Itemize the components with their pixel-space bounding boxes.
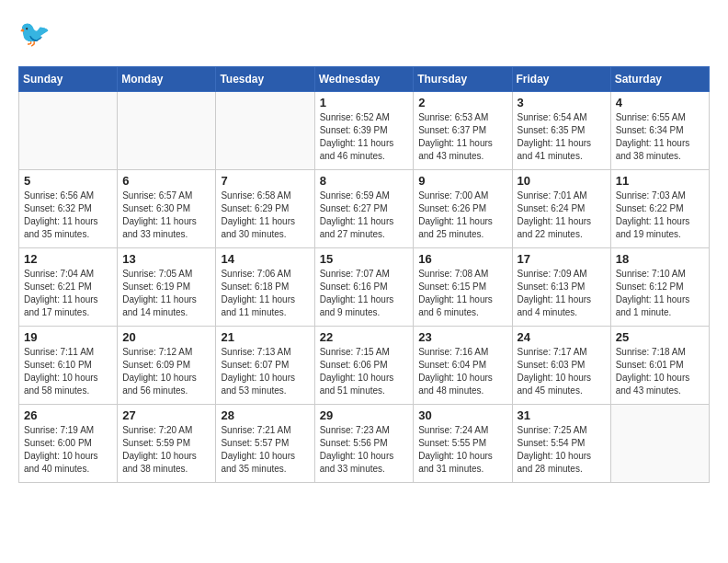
day-number: 20 [122, 330, 210, 344]
day-number: 9 [418, 174, 506, 188]
day-number: 18 [616, 252, 704, 266]
calendar-cell: 21Sunrise: 7:13 AM Sunset: 6:07 PM Dayli… [216, 327, 314, 405]
day-number: 11 [616, 174, 704, 188]
week-row-5: 26Sunrise: 7:19 AM Sunset: 6:00 PM Dayli… [19, 405, 710, 483]
week-row-3: 12Sunrise: 7:04 AM Sunset: 6:21 PM Dayli… [19, 248, 710, 327]
day-info: Sunrise: 6:57 AM Sunset: 6:30 PM Dayligh… [122, 190, 210, 241]
weekday-header-wednesday: Wednesday [314, 67, 414, 92]
day-number: 3 [518, 96, 606, 109]
calendar-cell: 26Sunrise: 7:19 AM Sunset: 6:00 PM Dayli… [19, 405, 118, 483]
day-number: 1 [320, 96, 409, 109]
calendar-cell: 17Sunrise: 7:09 AM Sunset: 6:13 PM Dayli… [512, 248, 610, 327]
calendar-cell: 18Sunrise: 7:10 AM Sunset: 6:12 PM Dayli… [610, 248, 709, 327]
calendar-cell: 15Sunrise: 7:07 AM Sunset: 6:16 PM Dayli… [314, 248, 414, 327]
calendar-cell: 24Sunrise: 7:17 AM Sunset: 6:03 PM Dayli… [512, 327, 610, 405]
day-info: Sunrise: 7:03 AM Sunset: 6:22 PM Dayligh… [616, 190, 704, 241]
day-number: 10 [518, 174, 606, 188]
day-number: 24 [518, 330, 606, 344]
calendar-cell: 3Sunrise: 6:54 AM Sunset: 6:35 PM Daylig… [512, 92, 610, 170]
calendar-cell: 23Sunrise: 7:16 AM Sunset: 6:04 PM Dayli… [414, 327, 512, 405]
day-info: Sunrise: 7:24 AM Sunset: 5:55 PM Dayligh… [418, 424, 506, 476]
weekday-header-thursday: Thursday [414, 67, 512, 92]
day-info: Sunrise: 6:53 AM Sunset: 6:37 PM Dayligh… [418, 111, 506, 163]
weekday-header-sunday: Sunday [19, 67, 118, 92]
day-info: Sunrise: 7:20 AM Sunset: 5:59 PM Dayligh… [122, 424, 210, 476]
day-info: Sunrise: 7:11 AM Sunset: 6:10 PM Dayligh… [24, 346, 112, 397]
calendar-cell: 31Sunrise: 7:25 AM Sunset: 5:54 PM Dayli… [512, 405, 610, 483]
day-info: Sunrise: 7:21 AM Sunset: 5:57 PM Dayligh… [221, 424, 309, 476]
day-info: Sunrise: 7:15 AM Sunset: 6:06 PM Dayligh… [320, 346, 409, 397]
day-info: Sunrise: 7:00 AM Sunset: 6:26 PM Dayligh… [418, 190, 506, 241]
day-number: 23 [418, 330, 506, 344]
calendar-cell [118, 92, 216, 170]
calendar-cell: 10Sunrise: 7:01 AM Sunset: 6:24 PM Dayli… [512, 170, 610, 248]
weekday-header-saturday: Saturday [610, 67, 709, 92]
calendar-cell: 7Sunrise: 6:58 AM Sunset: 6:29 PM Daylig… [216, 170, 314, 248]
day-number: 27 [122, 408, 210, 422]
day-number: 2 [418, 96, 506, 109]
logo-icon: 🐦 [18, 18, 51, 52]
day-info: Sunrise: 7:19 AM Sunset: 6:00 PM Dayligh… [24, 424, 112, 476]
day-info: Sunrise: 7:07 AM Sunset: 6:16 PM Dayligh… [320, 268, 409, 319]
calendar-cell: 28Sunrise: 7:21 AM Sunset: 5:57 PM Dayli… [216, 405, 314, 483]
calendar-cell: 30Sunrise: 7:24 AM Sunset: 5:55 PM Dayli… [414, 405, 512, 483]
calendar-cell: 2Sunrise: 6:53 AM Sunset: 6:37 PM Daylig… [414, 92, 512, 170]
calendar-cell [216, 92, 314, 170]
calendar-cell: 8Sunrise: 6:59 AM Sunset: 6:27 PM Daylig… [314, 170, 414, 248]
day-number: 19 [24, 330, 112, 344]
day-number: 15 [320, 252, 409, 266]
calendar-cell: 25Sunrise: 7:18 AM Sunset: 6:01 PM Dayli… [610, 327, 709, 405]
day-number: 5 [24, 174, 112, 188]
calendar-cell: 14Sunrise: 7:06 AM Sunset: 6:18 PM Dayli… [216, 248, 314, 327]
day-info: Sunrise: 6:54 AM Sunset: 6:35 PM Dayligh… [518, 111, 606, 163]
day-number: 25 [616, 330, 704, 344]
weekday-header-tuesday: Tuesday [216, 67, 314, 92]
logo: 🐦 [18, 18, 55, 52]
calendar-cell: 27Sunrise: 7:20 AM Sunset: 5:59 PM Dayli… [118, 405, 216, 483]
calendar-cell [610, 405, 709, 483]
day-number: 28 [221, 408, 309, 422]
day-info: Sunrise: 6:52 AM Sunset: 6:39 PM Dayligh… [320, 111, 409, 163]
day-number: 21 [221, 330, 309, 344]
day-info: Sunrise: 7:10 AM Sunset: 6:12 PM Dayligh… [616, 268, 704, 319]
day-info: Sunrise: 7:08 AM Sunset: 6:15 PM Dayligh… [418, 268, 506, 319]
day-info: Sunrise: 7:16 AM Sunset: 6:04 PM Dayligh… [418, 346, 506, 397]
calendar-cell: 5Sunrise: 6:56 AM Sunset: 6:32 PM Daylig… [19, 170, 118, 248]
day-info: Sunrise: 7:17 AM Sunset: 6:03 PM Dayligh… [518, 346, 606, 397]
calendar-table: SundayMondayTuesdayWednesdayThursdayFrid… [18, 66, 710, 483]
calendar-cell: 1Sunrise: 6:52 AM Sunset: 6:39 PM Daylig… [314, 92, 414, 170]
day-number: 4 [616, 96, 704, 109]
day-number: 31 [518, 408, 606, 422]
day-number: 22 [320, 330, 409, 344]
weekday-header-friday: Friday [512, 67, 610, 92]
calendar-cell: 12Sunrise: 7:04 AM Sunset: 6:21 PM Dayli… [19, 248, 118, 327]
day-number: 8 [320, 174, 409, 188]
day-info: Sunrise: 7:09 AM Sunset: 6:13 PM Dayligh… [518, 268, 606, 319]
day-info: Sunrise: 7:04 AM Sunset: 6:21 PM Dayligh… [24, 268, 112, 319]
day-number: 13 [122, 252, 210, 266]
day-info: Sunrise: 6:55 AM Sunset: 6:34 PM Dayligh… [616, 111, 704, 163]
day-info: Sunrise: 7:18 AM Sunset: 6:01 PM Dayligh… [616, 346, 704, 397]
day-info: Sunrise: 7:01 AM Sunset: 6:24 PM Dayligh… [518, 190, 606, 241]
day-info: Sunrise: 6:59 AM Sunset: 6:27 PM Dayligh… [320, 190, 409, 241]
day-number: 14 [221, 252, 309, 266]
week-row-4: 19Sunrise: 7:11 AM Sunset: 6:10 PM Dayli… [19, 327, 710, 405]
day-number: 16 [418, 252, 506, 266]
calendar-cell: 11Sunrise: 7:03 AM Sunset: 6:22 PM Dayli… [610, 170, 709, 248]
week-row-2: 5Sunrise: 6:56 AM Sunset: 6:32 PM Daylig… [19, 170, 710, 248]
day-number: 30 [418, 408, 506, 422]
calendar-cell [19, 92, 118, 170]
calendar-cell: 20Sunrise: 7:12 AM Sunset: 6:09 PM Dayli… [118, 327, 216, 405]
week-row-1: 1Sunrise: 6:52 AM Sunset: 6:39 PM Daylig… [19, 92, 710, 170]
calendar-cell: 16Sunrise: 7:08 AM Sunset: 6:15 PM Dayli… [414, 248, 512, 327]
day-number: 26 [24, 408, 112, 422]
day-info: Sunrise: 7:12 AM Sunset: 6:09 PM Dayligh… [122, 346, 210, 397]
day-info: Sunrise: 7:25 AM Sunset: 5:54 PM Dayligh… [518, 424, 606, 476]
calendar-cell: 9Sunrise: 7:00 AM Sunset: 6:26 PM Daylig… [414, 170, 512, 248]
day-info: Sunrise: 7:13 AM Sunset: 6:07 PM Dayligh… [221, 346, 309, 397]
day-number: 29 [320, 408, 409, 422]
day-number: 7 [221, 174, 309, 188]
calendar-cell: 29Sunrise: 7:23 AM Sunset: 5:56 PM Dayli… [314, 405, 414, 483]
day-info: Sunrise: 6:56 AM Sunset: 6:32 PM Dayligh… [24, 190, 112, 241]
calendar-cell: 13Sunrise: 7:05 AM Sunset: 6:19 PM Dayli… [118, 248, 216, 327]
